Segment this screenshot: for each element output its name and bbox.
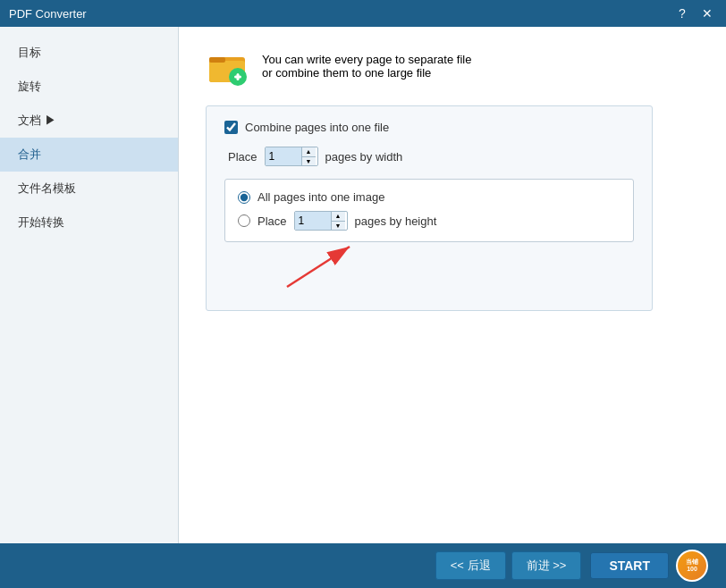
combine-checkbox[interactable] bbox=[224, 121, 238, 134]
all-pages-radio-row: All pages into one image bbox=[238, 190, 620, 204]
app-title: PDF Converter bbox=[9, 7, 87, 21]
svg-rect-5 bbox=[237, 73, 240, 80]
start-button[interactable]: START bbox=[590, 552, 669, 579]
footer-right: START 当铺100 bbox=[590, 550, 708, 582]
folder-plus-icon bbox=[206, 45, 249, 88]
place-width-spinbox[interactable]: ▲ ▼ bbox=[265, 147, 318, 166]
sidebar-item-document[interactable]: 文档 ▶ bbox=[0, 104, 178, 138]
sidebar-item-target[interactable]: 目标 bbox=[0, 36, 178, 70]
spinbox-arrows-width: ▲ ▼ bbox=[301, 147, 316, 165]
all-pages-radio[interactable] bbox=[238, 191, 250, 204]
footer: << 后退 前进 >> START 当铺100 bbox=[0, 543, 726, 588]
options-panel: Combine pages into one file Place ▲ ▼ pa… bbox=[206, 105, 653, 311]
footer-nav: << 后退 前进 >> bbox=[435, 551, 582, 580]
place-width-input[interactable] bbox=[266, 147, 301, 165]
place-height-radio-row: Place ▲ ▼ pages by height bbox=[238, 211, 620, 231]
content-header: You can write every page to separate fil… bbox=[206, 45, 699, 88]
pages-by-height-label: pages by height bbox=[355, 214, 437, 228]
content-area: You can write every page to separate fil… bbox=[179, 27, 726, 543]
sidebar-item-rotate[interactable]: 旋转 bbox=[0, 70, 178, 104]
place-height-place-label[interactable]: Place bbox=[257, 214, 287, 228]
back-button[interactable]: << 后退 bbox=[435, 551, 506, 580]
place-height-spinbox[interactable]: ▲ ▼ bbox=[294, 211, 348, 231]
combine-checkbox-row: Combine pages into one file bbox=[224, 121, 634, 134]
help-button[interactable]: ? bbox=[672, 4, 692, 23]
svg-rect-2 bbox=[209, 57, 225, 63]
spinbox-down-width[interactable]: ▼ bbox=[302, 157, 316, 166]
arrow-svg bbox=[278, 238, 385, 291]
arrow-annotation bbox=[224, 242, 634, 296]
all-pages-label[interactable]: All pages into one image bbox=[257, 190, 384, 204]
place-width-row: Place ▲ ▼ pages by width bbox=[224, 147, 634, 166]
place-height-input[interactable] bbox=[295, 212, 331, 230]
combine-label[interactable]: Combine pages into one file bbox=[245, 121, 389, 134]
watermark-badge: 当铺100 bbox=[676, 550, 708, 582]
window-controls: ? ✕ bbox=[672, 4, 717, 23]
header-text: You can write every page to separate fil… bbox=[262, 53, 471, 80]
place-height-radio[interactable] bbox=[238, 214, 250, 227]
spinbox-up-height[interactable]: ▲ bbox=[332, 212, 345, 222]
svg-line-7 bbox=[287, 247, 350, 287]
sidebar-item-start[interactable]: 开始转换 bbox=[0, 206, 178, 239]
pages-by-width-label: pages by width bbox=[325, 150, 403, 164]
main-area: 目标 旋转 文档 ▶ 合并 文件名模板 开始转换 bbox=[0, 27, 726, 543]
header-icon bbox=[206, 45, 249, 88]
spinbox-arrows-height: ▲ ▼ bbox=[331, 212, 345, 230]
watermark-text: 当铺100 bbox=[686, 559, 698, 572]
titlebar: PDF Converter ? ✕ bbox=[0, 0, 726, 27]
sidebar: 目标 旋转 文档 ▶ 合并 文件名模板 开始转换 bbox=[0, 27, 179, 543]
close-button[interactable]: ✕ bbox=[697, 4, 717, 23]
sidebar-item-merge[interactable]: 合并 bbox=[0, 138, 178, 172]
spinbox-up-width[interactable]: ▲ bbox=[302, 147, 316, 157]
spinbox-down-height[interactable]: ▼ bbox=[332, 222, 345, 231]
radio-group-box: All pages into one image Place ▲ ▼ pages… bbox=[224, 179, 634, 242]
place-width-label: Place bbox=[228, 150, 257, 164]
forward-button[interactable]: 前进 >> bbox=[511, 551, 582, 580]
sidebar-item-filename[interactable]: 文件名模板 bbox=[0, 172, 178, 206]
